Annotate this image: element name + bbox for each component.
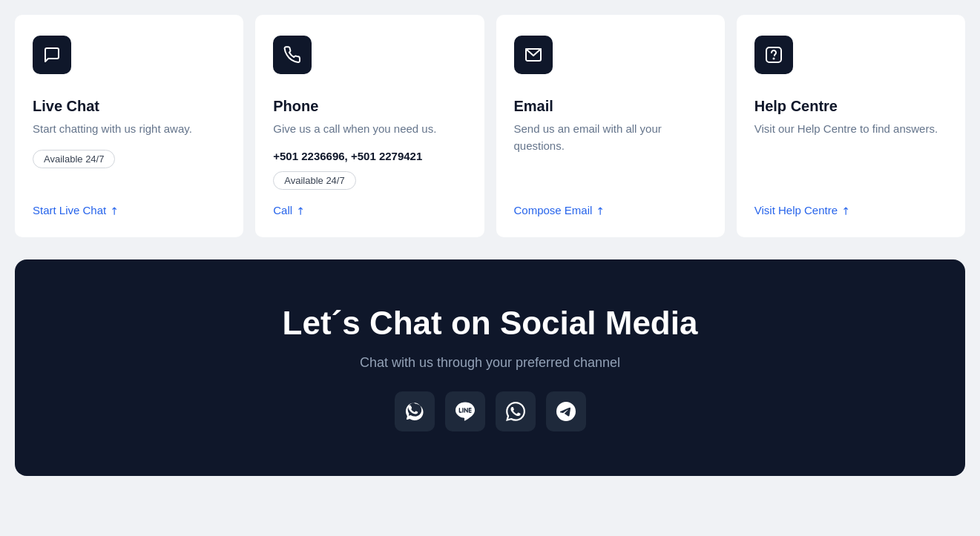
phone-badge: Available 24/7 — [273, 171, 355, 190]
phone-desc: Give us a call when you need us. — [273, 121, 466, 138]
arrow-icon: ↗ — [838, 203, 853, 218]
viber-button[interactable] — [395, 391, 435, 431]
svg-point-2 — [773, 59, 774, 59]
phone-icon — [283, 46, 301, 64]
telegram-icon — [556, 402, 576, 421]
arrow-icon: ↗ — [593, 203, 608, 218]
email-icon-wrap — [514, 36, 553, 74]
arrow-icon: ↗ — [293, 203, 308, 218]
viber-icon — [405, 402, 424, 421]
live-chat-icon-wrap — [33, 36, 71, 74]
help-centre-card: Help Centre Visit our Help Centre to fin… — [737, 15, 965, 237]
live-chat-card: Live Chat Start chatting with us right a… — [15, 15, 243, 237]
line-icon — [456, 402, 475, 421]
whatsapp-button[interactable] — [496, 391, 536, 431]
phone-icon-wrap — [273, 36, 312, 74]
social-title: Let´s Chat on Social Media — [283, 304, 698, 343]
arrow-icon: ↗ — [107, 203, 122, 218]
help-icon-wrap — [754, 36, 793, 74]
live-chat-badge: Available 24/7 — [33, 150, 115, 168]
chat-icon — [43, 46, 61, 64]
telegram-button[interactable] — [546, 391, 586, 431]
call-link[interactable]: Call ↗ — [273, 204, 466, 216]
start-live-chat-link[interactable]: Start Live Chat ↗ — [33, 204, 226, 216]
email-desc: Send us an email with all your questions… — [514, 121, 707, 154]
social-subtitle: Chat with us through your preferred chan… — [360, 355, 620, 371]
live-chat-desc: Start chatting with us right away. — [33, 121, 226, 138]
help-icon — [765, 46, 783, 64]
help-centre-desc: Visit our Help Centre to find answers. — [754, 121, 947, 138]
cards-section: Live Chat Start chatting with us right a… — [0, 0, 980, 259]
phone-number: +501 2236696, +501 2279421 — [273, 150, 466, 162]
email-icon — [524, 46, 542, 64]
whatsapp-icon — [506, 402, 525, 421]
svg-rect-1 — [766, 47, 781, 62]
social-section: Let´s Chat on Social Media Chat with us … — [15, 259, 965, 476]
email-card: Email Send us an email with all your que… — [496, 15, 725, 237]
compose-email-link[interactable]: Compose Email ↗ — [514, 204, 707, 216]
phone-title: Phone — [273, 98, 466, 115]
social-icons — [395, 391, 586, 431]
live-chat-title: Live Chat — [33, 98, 226, 115]
phone-card: Phone Give us a call when you need us. +… — [255, 15, 484, 237]
help-centre-title: Help Centre — [754, 98, 947, 115]
email-title: Email — [514, 98, 707, 115]
line-button[interactable] — [445, 391, 485, 431]
visit-help-centre-link[interactable]: Visit Help Centre ↗ — [754, 204, 947, 216]
